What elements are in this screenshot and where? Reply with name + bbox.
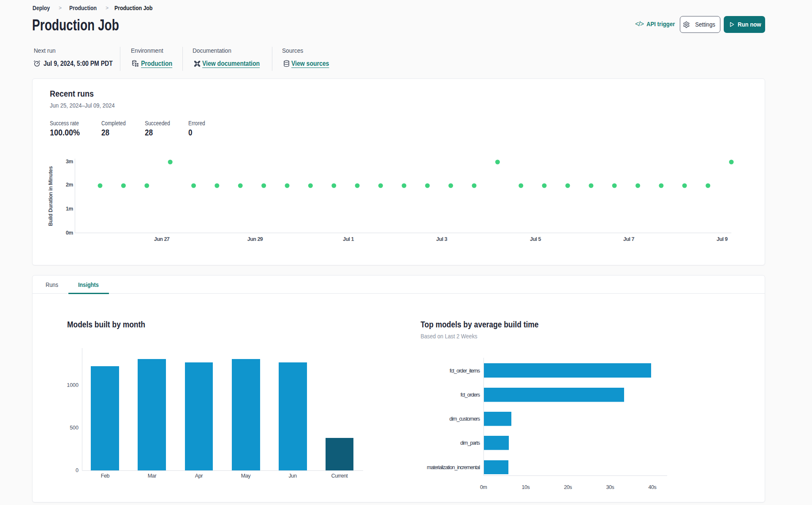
svg-text:Jul 1: Jul 1 — [343, 236, 354, 242]
svg-text:Build Duration in Minutes: Build Duration in Minutes — [48, 166, 54, 226]
svg-text:0m: 0m — [480, 484, 487, 490]
svg-text:30s: 30s — [606, 484, 614, 490]
svg-text:1000: 1000 — [67, 382, 79, 388]
svg-text:Jul 5: Jul 5 — [530, 236, 541, 242]
svg-text:Jun 27: Jun 27 — [154, 236, 170, 242]
svg-text:3m: 3m — [66, 159, 73, 165]
svg-text:2m: 2m — [66, 182, 73, 188]
svg-text:10s: 10s — [522, 484, 530, 490]
svg-text:0: 0 — [76, 467, 79, 473]
svg-text:0m: 0m — [66, 230, 73, 236]
svg-text:fct_orders: fct_orders — [460, 392, 480, 398]
svg-text:Feb: Feb — [101, 473, 110, 479]
svg-text:40s: 40s — [649, 484, 657, 490]
svg-text:Jun: Jun — [289, 473, 297, 479]
svg-text:1m: 1m — [66, 206, 73, 212]
svg-text:Apr: Apr — [195, 473, 203, 479]
svg-text:Mar: Mar — [148, 473, 157, 479]
svg-text:materialization_incremental: materialization_incremental — [427, 464, 480, 470]
svg-text:Jun 29: Jun 29 — [247, 236, 263, 242]
svg-text:fct_order_items: fct_order_items — [450, 368, 480, 374]
svg-text:dim_customers: dim_customers — [449, 416, 480, 422]
svg-text:Jul 9: Jul 9 — [717, 236, 728, 242]
svg-text:Current: Current — [331, 473, 348, 479]
svg-text:20s: 20s — [564, 484, 572, 490]
svg-text:dim_parts: dim_parts — [460, 440, 480, 446]
svg-text:May: May — [241, 473, 251, 479]
svg-text:500: 500 — [70, 425, 79, 431]
svg-text:Jul 7: Jul 7 — [623, 236, 635, 242]
svg-text:Jul 3: Jul 3 — [436, 236, 448, 242]
